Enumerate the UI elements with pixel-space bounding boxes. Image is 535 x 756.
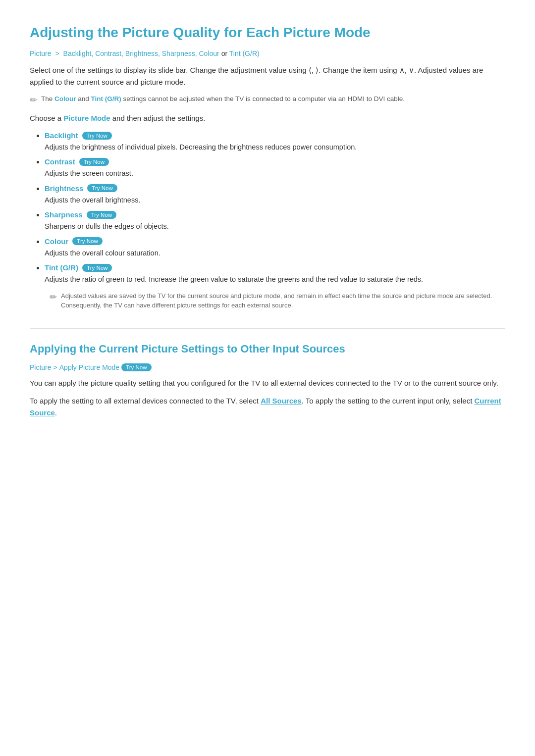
breadcrumb: Picture > Backlight, Contrast, Brightnes… (30, 50, 505, 57)
section2-desc1: You can apply the picture quality settin… (30, 377, 505, 389)
breadcrumb-colour[interactable]: Colour (199, 50, 219, 57)
setting-name-colour[interactable]: Colour (45, 237, 68, 246)
pencil-icon-2: ✏ (50, 292, 57, 302)
setting-name-brightness[interactable]: Brightness (45, 184, 83, 193)
breadcrumb-sharpness[interactable]: Sharpness (162, 50, 195, 57)
setting-header-tint: Tint (G/R) Try Now (45, 263, 505, 272)
breadcrumb2: Picture > Apply Picture Mode Try Now (30, 363, 505, 371)
setting-desc-colour: Adjusts the overall colour saturation. (45, 248, 505, 258)
tint-note-text: Adjusted values are saved by the TV for … (61, 291, 505, 310)
list-item-tint: Tint (G/R) Try Now Adjusts the ratio of … (45, 263, 505, 310)
setting-desc-contrast: Adjusts the screen contrast. (45, 168, 505, 179)
breadcrumb-comma2: , (121, 50, 123, 57)
try-now-brightness[interactable]: Try Now (87, 184, 117, 192)
try-now-contrast[interactable]: Try Now (79, 158, 109, 166)
breadcrumb-comma3: , (158, 50, 160, 57)
all-sources-link[interactable]: All Sources (261, 397, 302, 405)
breadcrumb-brightness[interactable]: Brightness (125, 50, 158, 57)
section2-desc2-suffix: . (55, 408, 57, 417)
breadcrumb2-apply[interactable]: Apply Picture Mode (59, 363, 119, 371)
setting-desc-brightness: Adjusts the overall brightness. (45, 195, 505, 205)
list-item-sharpness: Sharpness Try Now Sharpens or dulls the … (45, 210, 505, 232)
pencil-icon: ✏ (30, 95, 37, 105)
breadcrumb-tint[interactable]: Tint (G/R) (229, 50, 260, 57)
setting-desc-sharpness: Sharpens or dulls the edges of objects. (45, 221, 505, 232)
tint-note-block: ✏ Adjusted values are saved by the TV fo… (45, 291, 505, 310)
setting-name-contrast[interactable]: Contrast (45, 157, 75, 166)
breadcrumb-contrast[interactable]: Contrast (95, 50, 121, 57)
page-title: Adjusting the Picture Quality for Each P… (30, 25, 505, 41)
settings-list: Backlight Try Now Adjusts the brightness… (30, 131, 505, 310)
setting-header-backlight: Backlight Try Now (45, 131, 505, 140)
list-item-backlight: Backlight Try Now Adjusts the brightness… (45, 131, 505, 152)
breadcrumb2-picture[interactable]: Picture (30, 363, 52, 371)
setting-header-colour: Colour Try Now (45, 237, 505, 246)
setting-desc-backlight: Adjusts the brightness of individual pix… (45, 142, 505, 152)
breadcrumb-or: or (221, 50, 229, 57)
section2-desc2-mid: . To apply the setting to the current in… (302, 397, 475, 405)
list-item-brightness: Brightness Try Now Adjusts the overall b… (45, 184, 505, 205)
intro-text: Select one of the settings to display it… (30, 64, 505, 88)
list-item-colour: Colour Try Now Adjusts the overall colou… (45, 237, 505, 258)
setting-desc-tint: Adjusts the ratio of green to red. Incre… (45, 274, 505, 285)
choose-text: Choose a Picture Mode and then adjust th… (30, 112, 505, 124)
picture-mode-link[interactable]: Picture Mode (63, 114, 110, 122)
breadcrumb-separator: > (55, 50, 59, 57)
setting-header-brightness: Brightness Try Now (45, 184, 505, 193)
section-divider (30, 328, 505, 329)
note-block-1: ✏ The Colour and Tint (G/R) settings can… (30, 94, 505, 105)
try-now-colour[interactable]: Try Now (72, 237, 102, 245)
section2-desc2-prefix: To apply the setting to all external dev… (30, 397, 261, 405)
try-now-apply-picture-mode[interactable]: Try Now (121, 363, 151, 371)
setting-name-sharpness[interactable]: Sharpness (45, 210, 83, 219)
try-now-tint[interactable]: Try Now (82, 264, 112, 272)
breadcrumb-comma4: , (195, 50, 197, 57)
note-text-1: The Colour and Tint (G/R) settings canno… (41, 94, 405, 104)
section2-title: Applying the Current Picture Settings to… (30, 343, 505, 355)
setting-header-sharpness: Sharpness Try Now (45, 210, 505, 219)
setting-name-tint[interactable]: Tint (G/R) (45, 263, 78, 272)
breadcrumb2-separator: > (54, 363, 57, 371)
setting-name-backlight[interactable]: Backlight (45, 131, 78, 140)
breadcrumb-picture[interactable]: Picture (30, 50, 52, 57)
note-colour-link: Colour (54, 95, 76, 102)
setting-header-contrast: Contrast Try Now (45, 157, 505, 166)
breadcrumb-backlight[interactable]: Backlight (63, 50, 92, 57)
try-now-backlight[interactable]: Try Now (82, 132, 112, 140)
note-tint-link: Tint (G/R) (91, 95, 121, 102)
breadcrumb-comma1: , (91, 50, 93, 57)
list-item-contrast: Contrast Try Now Adjusts the screen cont… (45, 157, 505, 179)
section2-desc2: To apply the setting to all external dev… (30, 395, 505, 419)
try-now-sharpness[interactable]: Try Now (87, 211, 116, 219)
